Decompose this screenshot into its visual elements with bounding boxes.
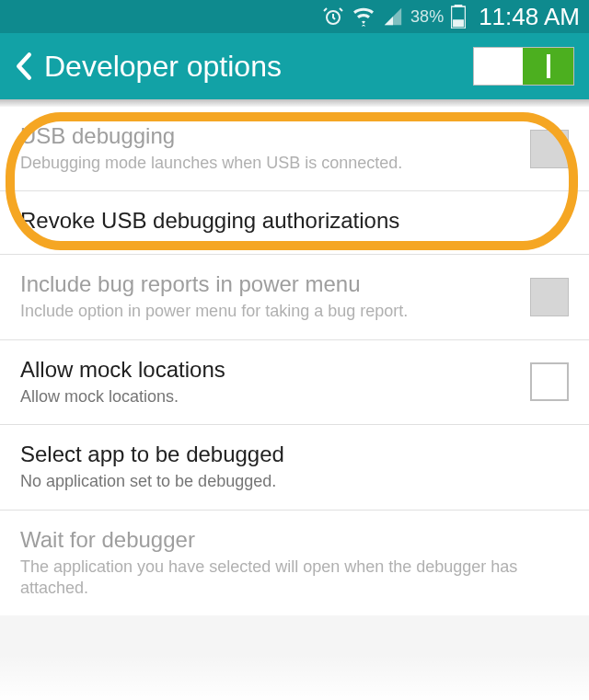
row-title: Revoke USB debugging authorizations <box>20 208 569 234</box>
signal-icon <box>383 6 403 27</box>
page-title: Developer options <box>44 50 462 84</box>
status-bar: 38% 11:48 AM <box>0 0 589 33</box>
row-usb-debugging[interactable]: USB debugging Debugging mode launches wh… <box>0 107 589 191</box>
wifi-icon <box>352 6 375 28</box>
row-subtitle: Debugging mode launches when USB is conn… <box>20 153 515 174</box>
row-subtitle: No application set to be debugged. <box>20 471 569 492</box>
row-title: Wait for debugger <box>20 527 569 553</box>
checkbox-bug-reports[interactable] <box>530 278 569 316</box>
row-title: Select app to be debugged <box>20 442 569 467</box>
row-title: USB debugging <box>20 123 515 149</box>
checkbox-mock-locations[interactable] <box>530 362 569 401</box>
row-wait-debugger[interactable]: Wait for debugger The application you ha… <box>0 511 589 616</box>
row-mock-locations[interactable]: Allow mock locations Allow mock location… <box>0 340 589 425</box>
row-subtitle: Allow mock locations. <box>20 386 515 407</box>
battery-icon <box>451 5 466 29</box>
back-button[interactable] <box>15 52 33 81</box>
app-header: Developer options <box>0 33 589 99</box>
row-title: Include bug reports in power menu <box>20 271 515 297</box>
alarm-icon <box>322 6 344 28</box>
bottom-fade <box>0 654 589 700</box>
clock-label: 11:48 AM <box>479 3 580 31</box>
row-select-debug-app[interactable]: Select app to be debugged No application… <box>0 425 589 510</box>
battery-percent-label: 38% <box>410 7 444 27</box>
master-toggle[interactable] <box>473 47 574 86</box>
row-subtitle: The application you have selected will o… <box>20 557 569 600</box>
svg-rect-3 <box>453 19 464 27</box>
checkbox-usb-debugging[interactable] <box>530 130 569 168</box>
row-bug-reports[interactable]: Include bug reports in power menu Includ… <box>0 255 589 339</box>
header-shadow <box>0 99 589 107</box>
row-revoke-usb[interactable]: Revoke USB debugging authorizations <box>0 191 589 255</box>
settings-list: USB debugging Debugging mode launches wh… <box>0 107 589 615</box>
row-title: Allow mock locations <box>20 357 515 383</box>
row-subtitle: Include option in power menu for taking … <box>20 301 515 322</box>
toggle-knob-on <box>523 48 573 85</box>
